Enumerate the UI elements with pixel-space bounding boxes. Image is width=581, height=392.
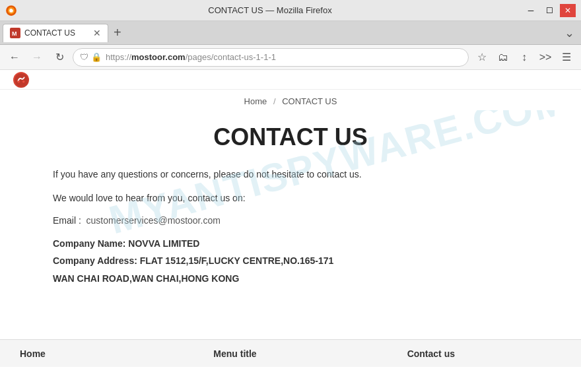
intro-text-1: If you have any questions or concerns, p… xyxy=(53,169,362,180)
firefox-icon xyxy=(5,5,17,16)
company-name: Company Name: NOVVA LIMITED xyxy=(53,236,528,251)
footer-col-contact[interactable]: Contact us xyxy=(388,348,581,359)
email-link[interactable]: customerservices@mostoor.com xyxy=(86,215,221,226)
logo-icon xyxy=(13,72,29,88)
url-protocol: https:// xyxy=(106,52,131,62)
menu-button[interactable]: ☰ xyxy=(557,48,576,67)
intro-text-2: We would love to hear from you, contact … xyxy=(53,193,246,203)
forward-button[interactable]: → xyxy=(28,48,46,67)
company-info: Company Name: NOVVA LIMITED Company Addr… xyxy=(53,236,528,286)
svg-point-6 xyxy=(18,80,20,82)
titlebar-left xyxy=(5,5,17,16)
page-heading: CONTACT US xyxy=(53,123,528,151)
breadcrumb-separator: / xyxy=(273,96,276,106)
maximize-button[interactable]: ☐ xyxy=(541,4,557,17)
pocket-button[interactable]: 🗂 xyxy=(494,48,512,67)
address-bar[interactable]: 🛡 🔒 https://mostoor.com/pages/contact-us… xyxy=(73,48,469,67)
svg-point-7 xyxy=(22,80,25,82)
email-line: Email : customerservices@mostoor.com xyxy=(53,215,528,226)
url-display[interactable]: https://mostoor.com/pages/contact-us-1-1… xyxy=(106,52,461,62)
intro-paragraph-1: If you have any questions or concerns, p… xyxy=(53,167,528,181)
tab-favicon-icon: M xyxy=(10,28,20,38)
intro-paragraph-2: We would love to hear from you, contact … xyxy=(53,191,528,205)
overflow-button[interactable]: >> xyxy=(536,48,555,67)
active-tab[interactable]: M CONTACT US ✕ xyxy=(3,24,108,42)
svg-text:M: M xyxy=(12,30,17,37)
tab-label: CONTACT US xyxy=(24,28,89,38)
bookmark-button[interactable]: ☆ xyxy=(473,48,491,67)
reload-button[interactable]: ↻ xyxy=(50,48,69,67)
breadcrumb-home-link[interactable]: Home xyxy=(244,96,267,106)
url-domain: mostoor.com xyxy=(131,52,186,62)
navigation-bar: ← → ↻ 🛡 🔒 https://mostoor.com/pages/cont… xyxy=(0,45,581,70)
footer-strip: Home Menu title Contact us xyxy=(0,339,581,367)
breadcrumb-current: CONTACT US xyxy=(282,96,337,106)
close-button[interactable]: ✕ xyxy=(560,4,576,17)
lock-icon: 🔒 xyxy=(91,52,102,62)
company-address1: Company Address: FLAT 1512,15/F,LUCKY CE… xyxy=(53,253,528,268)
minimize-button[interactable]: ─ xyxy=(523,4,539,17)
address-security-icons: 🛡 🔒 xyxy=(80,52,102,62)
logo-bar xyxy=(0,70,581,90)
main-content: MYANTISPYWARE.COM CONTACT US If you have… xyxy=(26,110,555,302)
site-logo[interactable] xyxy=(13,72,29,88)
tab-close-button[interactable]: ✕ xyxy=(93,28,101,38)
svg-point-5 xyxy=(15,73,28,86)
footer-col-home[interactable]: Home xyxy=(0,348,193,359)
shield-icon: 🛡 xyxy=(80,52,88,62)
tab-extras-button[interactable]: ⌄ xyxy=(561,26,578,40)
email-label: Email : xyxy=(53,215,81,226)
breadcrumb: Home / CONTACT US xyxy=(0,90,581,110)
browser-title: CONTACT US — Mozilla Firefox xyxy=(17,5,523,15)
window-controls[interactable]: ─ ☐ ✕ xyxy=(523,4,576,17)
back-button[interactable]: ← xyxy=(5,48,24,67)
company-address2: WAN CHAI ROAD,WAN CHAI,HONG KONG xyxy=(53,271,528,286)
url-path: /pages/contact-us-1-1-1 xyxy=(186,52,276,62)
new-tab-button[interactable]: + xyxy=(108,25,127,40)
title-bar: CONTACT US — Mozilla Firefox ─ ☐ ✕ xyxy=(0,0,581,21)
sync-button[interactable]: ↕ xyxy=(515,48,533,67)
tab-bar: M CONTACT US ✕ + ⌄ xyxy=(0,21,581,45)
nav-right-buttons: ☆ 🗂 ↕ >> ☰ xyxy=(473,48,576,67)
footer-col-menu[interactable]: Menu title xyxy=(193,348,387,359)
